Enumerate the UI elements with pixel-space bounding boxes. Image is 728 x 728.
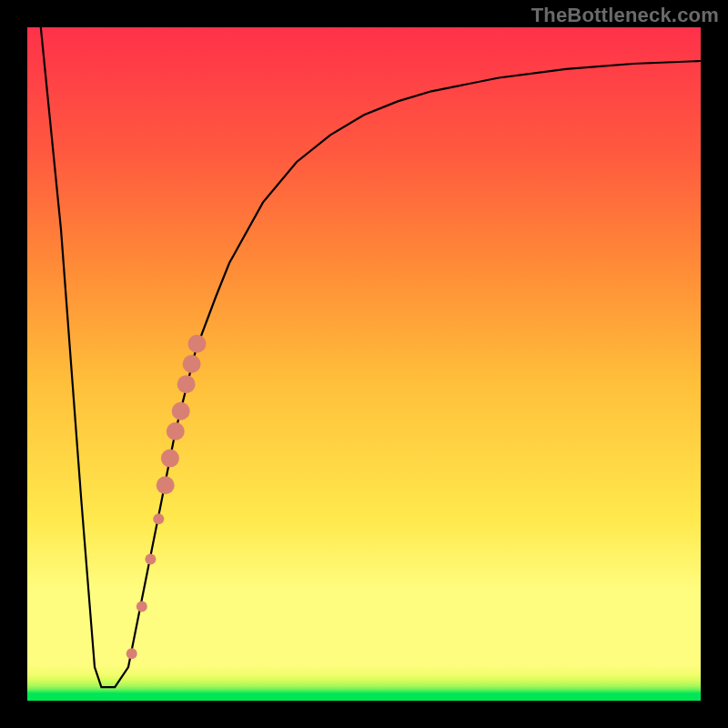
marker-dot [136,601,147,612]
marker-dot [126,648,137,659]
watermark-text: TheBottleneck.com [531,4,719,27]
bottleneck-curve [41,27,701,687]
marker-group [126,335,207,659]
curve-layer [27,27,701,701]
marker-dot [157,476,175,494]
plot-area [27,27,701,701]
marker-dot [145,554,156,565]
marker-dot [177,375,196,393]
marker-dot [167,422,185,440]
chart-frame: TheBottleneck.com [0,0,728,728]
marker-dot [161,450,179,468]
marker-dot [153,513,164,524]
marker-dot [188,335,207,353]
marker-dot [172,402,190,420]
marker-dot [183,355,201,373]
